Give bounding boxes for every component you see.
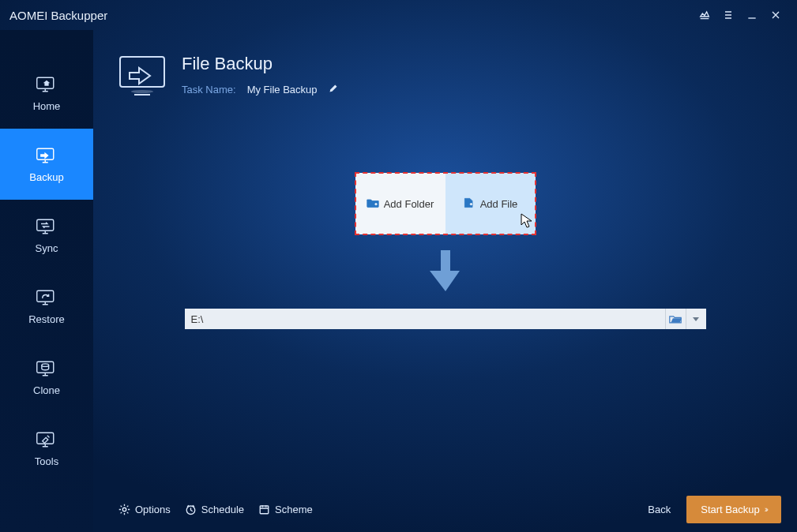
svg-point-8 xyxy=(131,90,153,93)
sidebar-item-backup[interactable]: Backup xyxy=(0,129,93,200)
page-header: File Backup Task Name: My File Backup xyxy=(93,30,797,98)
main-panel: File Backup Task Name: My File Backup xyxy=(93,30,797,532)
footer-bar: Options Schedule Scheme Back Start Backu… xyxy=(93,486,797,532)
svg-rect-3 xyxy=(37,290,54,302)
options-button[interactable]: Options xyxy=(114,500,175,519)
task-name-label: Task Name: xyxy=(182,84,236,96)
svg-point-5 xyxy=(42,363,49,366)
schedule-button[interactable]: Schedule xyxy=(180,500,249,519)
backup-monitor-icon xyxy=(35,146,58,165)
edit-task-name-icon[interactable] xyxy=(329,84,338,96)
add-folder-label: Add Folder xyxy=(384,198,434,210)
gear-icon xyxy=(118,504,130,515)
folder-plus-icon xyxy=(367,197,379,211)
sidebar-item-label: Tools xyxy=(35,455,58,467)
sidebar: Home Backup Sync Restore xyxy=(0,30,93,532)
file-plus-icon xyxy=(463,197,476,211)
sidebar-item-tools[interactable]: Tools xyxy=(0,413,93,484)
page-title: File Backup xyxy=(182,54,338,74)
clone-monitor-icon xyxy=(35,359,58,378)
menu-list-icon[interactable] xyxy=(716,3,740,27)
app-title: AOMEI Backupper xyxy=(9,9,107,22)
clock-icon xyxy=(185,504,197,515)
sidebar-item-label: Backup xyxy=(29,171,63,183)
sidebar-item-label: Restore xyxy=(28,313,65,325)
schedule-label: Schedule xyxy=(201,504,244,515)
sidebar-item-sync[interactable]: Sync xyxy=(0,200,93,271)
destination-dropdown-icon[interactable] xyxy=(686,309,706,329)
svg-rect-11 xyxy=(260,506,269,514)
add-folder-button[interactable]: Add Folder xyxy=(355,173,445,234)
page-icon xyxy=(117,54,167,98)
sidebar-item-home[interactable]: Home xyxy=(0,58,93,129)
sidebar-item-clone[interactable]: Clone xyxy=(0,342,93,413)
add-file-label: Add File xyxy=(480,198,518,210)
scheme-button[interactable]: Scheme xyxy=(254,500,318,519)
sidebar-item-label: Home xyxy=(33,100,61,112)
back-button[interactable]: Back xyxy=(637,499,682,520)
start-backup-label: Start Backup xyxy=(701,504,759,515)
sidebar-item-restore[interactable]: Restore xyxy=(0,271,93,342)
svg-point-9 xyxy=(122,508,126,511)
destination-path-text: E:\ xyxy=(185,313,665,325)
scheme-label: Scheme xyxy=(275,504,313,515)
add-file-button[interactable]: Add File xyxy=(445,173,536,234)
sync-monitor-icon xyxy=(35,217,58,236)
close-button[interactable] xyxy=(764,3,788,27)
add-source-box: Add Folder Add File xyxy=(355,173,536,234)
home-monitor-icon xyxy=(35,75,58,94)
sidebar-item-label: Clone xyxy=(33,384,60,396)
chevron-right-icon: ›› xyxy=(765,504,767,514)
app-window: AOMEI Backupper Home xyxy=(0,0,797,532)
calendar-icon xyxy=(258,504,270,515)
restore-monitor-icon xyxy=(35,288,58,307)
source-area: Add Folder Add File xyxy=(93,98,797,486)
start-backup-button[interactable]: Start Backup ›› xyxy=(686,496,781,523)
task-name-value: My File Backup xyxy=(247,84,318,96)
destination-path-bar[interactable]: E:\ xyxy=(185,309,706,329)
back-label: Back xyxy=(648,504,671,515)
sidebar-item-label: Sync xyxy=(36,242,58,254)
svg-rect-2 xyxy=(37,219,54,230)
browse-destination-icon[interactable] xyxy=(665,309,686,329)
minimize-button[interactable] xyxy=(740,3,764,27)
title-bar: AOMEI Backupper xyxy=(0,0,797,30)
upgrade-icon[interactable] xyxy=(693,3,716,27)
tools-monitor-icon xyxy=(35,430,58,449)
options-label: Options xyxy=(135,504,171,515)
arrow-down-icon xyxy=(428,249,463,296)
